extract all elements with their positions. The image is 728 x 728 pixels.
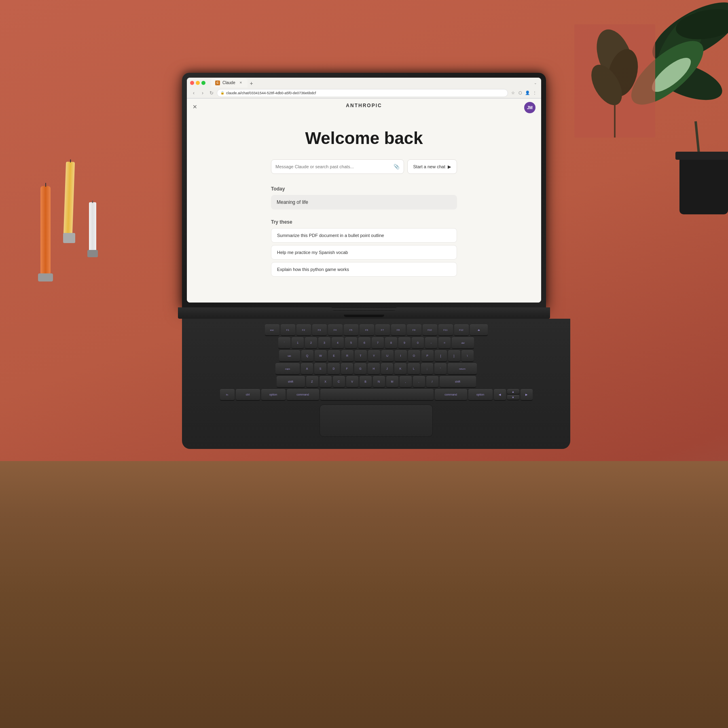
key-cmd-left[interactable]: command <box>287 389 319 400</box>
key-k[interactable]: K <box>394 363 406 375</box>
browser-menu[interactable]: ⌄ <box>533 80 538 85</box>
key-fn[interactable]: fn <box>220 389 235 400</box>
key-8[interactable]: 8 <box>385 337 397 349</box>
key-backslash[interactable]: \ <box>461 350 474 362</box>
window-close[interactable] <box>190 81 194 85</box>
key-p[interactable]: P <box>421 350 434 362</box>
new-chat-button[interactable]: Start a new chat ▶ <box>407 159 457 174</box>
key-arrow-left[interactable]: ◀ <box>494 389 506 400</box>
key-arrow-right[interactable]: ▶ <box>521 389 533 400</box>
key-semicolon[interactable]: ; <box>421 363 433 375</box>
key-f11[interactable]: F11 <box>438 324 453 336</box>
key-backtick[interactable]: ` <box>278 337 290 349</box>
suggestion-item-2[interactable]: Explain how this python game works <box>271 262 457 277</box>
key-f4[interactable]: F4 <box>328 324 343 336</box>
key-l[interactable]: L <box>408 363 420 375</box>
user-avatar[interactable]: JM <box>524 102 535 113</box>
key-shift-left[interactable]: shift <box>277 376 305 387</box>
key-f[interactable]: F <box>341 363 353 375</box>
key-ctrl[interactable]: ctrl <box>236 389 260 400</box>
key-h[interactable]: H <box>368 363 380 375</box>
key-q[interactable]: Q <box>301 350 313 362</box>
key-tab[interactable]: tab <box>279 350 300 362</box>
more-icon[interactable]: ⋮ <box>531 90 538 96</box>
key-g[interactable]: G <box>354 363 366 375</box>
key-y[interactable]: Y <box>368 350 380 362</box>
browser-tab-active[interactable]: C Claude ✕ <box>211 78 248 87</box>
key-5[interactable]: 5 <box>345 337 357 349</box>
key-f5[interactable]: F5 <box>344 324 358 336</box>
key-option-right[interactable]: option <box>468 389 493 400</box>
key-u[interactable]: U <box>381 350 394 362</box>
key-t[interactable]: T <box>355 350 367 362</box>
key-b[interactable]: B <box>360 376 372 387</box>
window-maximize[interactable] <box>201 81 205 85</box>
key-period[interactable]: . <box>413 376 425 387</box>
key-f6[interactable]: F6 <box>360 324 374 336</box>
key-1[interactable]: 1 <box>292 337 304 349</box>
bookmark-icon[interactable]: ☆ <box>510 90 516 96</box>
extensions-icon[interactable]: ⬡ <box>517 90 523 96</box>
tab-close-button[interactable]: ✕ <box>239 80 243 85</box>
key-capslock[interactable]: caps <box>275 363 300 375</box>
refresh-button[interactable]: ↻ <box>208 89 215 97</box>
key-space[interactable] <box>320 389 434 400</box>
key-4[interactable]: 4 <box>332 337 344 349</box>
key-i[interactable]: I <box>395 350 407 362</box>
key-arrow-down[interactable]: ▼ <box>507 395 519 400</box>
key-3[interactable]: 3 <box>318 337 330 349</box>
key-o[interactable]: O <box>408 350 420 362</box>
key-f7[interactable]: F7 <box>375 324 390 336</box>
key-a[interactable]: A <box>301 363 313 375</box>
key-f3[interactable]: F3 <box>312 324 327 336</box>
profile-icon[interactable]: 👤 <box>524 90 531 96</box>
key-f12[interactable]: F12 <box>454 324 469 336</box>
key-rbracket[interactable]: ] <box>448 350 460 362</box>
key-r[interactable]: R <box>341 350 353 362</box>
key-arrow-up[interactable]: ▲ <box>507 389 519 394</box>
key-2[interactable]: 2 <box>305 337 317 349</box>
key-d[interactable]: D <box>328 363 340 375</box>
key-shift-right[interactable]: shift <box>440 376 476 387</box>
key-z[interactable]: Z <box>306 376 318 387</box>
key-f1[interactable]: F1 <box>281 324 295 336</box>
key-comma[interactable]: , <box>400 376 412 387</box>
key-return[interactable]: return <box>448 363 477 375</box>
key-n[interactable]: N <box>373 376 385 387</box>
suggestion-item-1[interactable]: Help me practice my Spanish vocab <box>271 245 457 260</box>
forward-button[interactable]: › <box>199 89 206 97</box>
search-input[interactable] <box>275 164 391 169</box>
key-c[interactable]: C <box>333 376 345 387</box>
key-9[interactable]: 9 <box>398 337 411 349</box>
key-v[interactable]: V <box>346 376 358 387</box>
key-option-left[interactable]: option <box>261 389 286 400</box>
key-6[interactable]: 6 <box>358 337 370 349</box>
key-w[interactable]: W <box>315 350 327 362</box>
key-esc[interactable]: esc <box>265 324 279 336</box>
chat-item-meaning-of-life[interactable]: Meaning of life <box>271 195 457 210</box>
key-j[interactable]: J <box>381 363 393 375</box>
new-tab-button[interactable]: + <box>248 79 256 87</box>
address-bar[interactable]: 🔒 claude.ai/chat/03341544-528f-4db0-a5f0… <box>217 89 508 97</box>
attach-icon[interactable]: 📎 <box>394 164 400 169</box>
key-f8[interactable]: F8 <box>391 324 406 336</box>
key-equals[interactable]: = <box>438 337 451 349</box>
key-quote[interactable]: ' <box>434 363 447 375</box>
key-f2[interactable]: F2 <box>296 324 311 336</box>
key-e[interactable]: E <box>328 350 340 362</box>
key-slash[interactable]: / <box>426 376 438 387</box>
key-s[interactable]: S <box>314 363 326 375</box>
key-7[interactable]: 7 <box>372 337 384 349</box>
key-0[interactable]: 0 <box>412 337 424 349</box>
trackpad[interactable] <box>320 404 433 437</box>
key-minus[interactable]: - <box>425 337 437 349</box>
key-lbracket[interactable]: [ <box>435 350 447 362</box>
key-eject[interactable]: ⏏ <box>470 324 488 336</box>
key-cmd-right[interactable]: command <box>435 389 467 400</box>
key-backspace[interactable]: del <box>452 337 474 349</box>
key-f10[interactable]: F10 <box>423 324 437 336</box>
key-f9[interactable]: F9 <box>407 324 421 336</box>
key-x[interactable]: X <box>320 376 332 387</box>
key-m[interactable]: M <box>386 376 398 387</box>
window-minimize[interactable] <box>196 81 200 85</box>
